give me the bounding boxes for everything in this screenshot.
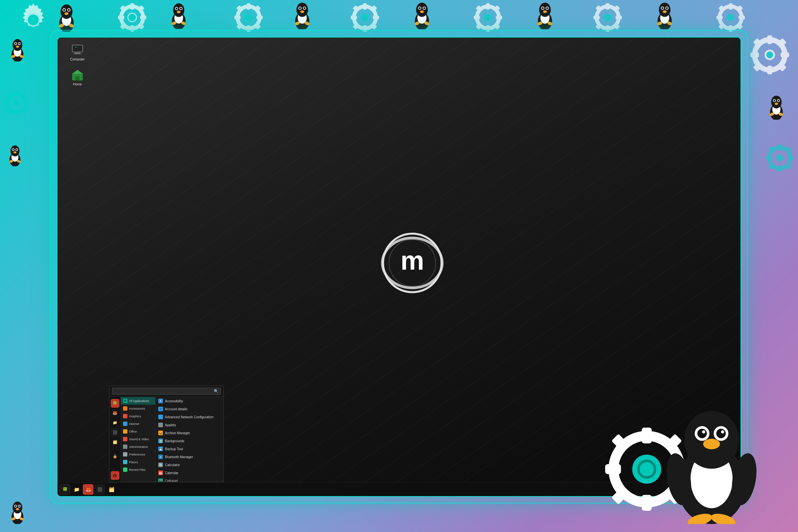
app-item-account[interactable]: 👤 Account details xyxy=(156,405,224,413)
places-icon xyxy=(123,460,127,464)
sidebar-btn-power[interactable]: ⏻ xyxy=(111,471,119,480)
computer-icon-label: Computer xyxy=(70,58,85,61)
svg-rect-206 xyxy=(75,47,76,48)
accessories-icon xyxy=(123,406,127,411)
start-menu: 🔍 🍀 🦊 📁 ⬛ 🗂️ 🔒 G ⏻ xyxy=(109,385,224,482)
taskbar-clock: 13:35 xyxy=(727,488,739,491)
sidebar-btn-firefox[interactable]: 🦊 xyxy=(111,408,119,417)
desktop-screen: m Computer xyxy=(57,37,741,497)
category-accessories[interactable]: Accessories xyxy=(121,405,155,412)
taskbar-terminal-btn[interactable]: ⬛ xyxy=(94,484,105,495)
backup-app-icon: 💾 xyxy=(158,446,163,451)
backgrounds-app-icon: 🖼️ xyxy=(158,439,163,443)
category-office[interactable]: Office xyxy=(121,428,155,435)
sound-video-icon xyxy=(123,437,127,441)
computer-icon xyxy=(71,44,84,56)
sidebar-btn-terminal[interactable]: ⬛ xyxy=(111,428,119,437)
taskbar-files-btn[interactable]: 📁 xyxy=(71,484,82,495)
category-sound-video[interactable]: Sound & Video xyxy=(121,435,155,443)
app-item-applets[interactable]: Applets xyxy=(156,421,224,429)
network-app-icon: 🌐 xyxy=(158,415,163,419)
desktop-icon-home[interactable]: Home xyxy=(67,69,88,86)
desktop-icon-computer[interactable]: Computer xyxy=(67,44,88,61)
app-item-archive[interactable]: 📦 Archive Manager xyxy=(156,429,224,437)
app-item-calendar[interactable]: 📅 Calendar xyxy=(156,469,224,477)
accessibility-app-icon: ♿ xyxy=(158,399,163,403)
mint-logo: m xyxy=(379,229,445,297)
calculator-app-icon: 🔢 xyxy=(158,462,163,467)
menu-search-input[interactable] xyxy=(114,390,214,393)
home-icon xyxy=(71,69,84,81)
menu-search-bar: 🔍 xyxy=(109,386,224,397)
category-graphics[interactable]: Graphics xyxy=(121,412,155,420)
category-preferences[interactable]: Preferences xyxy=(121,451,155,458)
account-app-icon: 👤 xyxy=(158,407,163,411)
archive-app-icon: 📦 xyxy=(158,431,163,435)
taskbar: 🍀 📁 🦊 ⬛ 🗂️ 13:35 xyxy=(58,482,740,496)
applets-app-icon xyxy=(158,423,163,427)
category-places[interactable]: Places xyxy=(121,458,155,466)
sidebar-btn-lock[interactable]: 🔒 xyxy=(111,452,119,460)
menu-categories: ⊞ All Applications Accessories Graphics … xyxy=(121,397,156,482)
svg-rect-205 xyxy=(74,54,81,54)
app-item-calculator[interactable]: 🔢 Calculator xyxy=(156,461,224,469)
app-item-celluloid[interactable]: 🎬 Celluloid xyxy=(156,477,224,482)
sidebar-btn-menu[interactable]: 🍀 xyxy=(111,399,119,407)
category-recent-files[interactable]: Recent Files xyxy=(121,466,155,474)
sidebar-btn-google[interactable]: G xyxy=(111,461,119,470)
desktop-icons-container: Computer Home xyxy=(67,44,88,86)
menu-apps-list: ♿ Accessibility 👤 Account details 🌐 Adva… xyxy=(156,397,224,482)
svg-marker-208 xyxy=(72,70,83,74)
sidebar-btn-thunar[interactable]: 📁 xyxy=(111,418,119,427)
taskbar-firefox-btn[interactable]: 🦊 xyxy=(83,484,93,495)
celluloid-app-icon: 🎬 xyxy=(158,478,163,482)
app-item-accessibility[interactable]: ♿ Accessibility xyxy=(156,397,224,405)
preferences-icon xyxy=(123,452,127,457)
app-item-network[interactable]: 🌐 Advanced Network Configuration xyxy=(156,413,224,421)
graphics-icon xyxy=(123,414,127,418)
home-icon-label: Home xyxy=(73,82,82,86)
taskbar-mint-btn[interactable]: 🍀 xyxy=(59,484,70,495)
bluetooth-app-icon: B xyxy=(158,455,163,459)
menu-sidebar: 🍀 🦊 📁 ⬛ 🗂️ 🔒 G ⏻ xyxy=(109,397,121,482)
app-item-backup[interactable]: 💾 Backup Tool xyxy=(156,445,224,453)
svg-rect-204 xyxy=(75,52,80,54)
all-apps-icon: ⊞ xyxy=(123,399,127,403)
recent-files-icon xyxy=(123,468,127,472)
app-item-bluetooth[interactable]: B Bluetooth Manager xyxy=(156,453,224,461)
app-item-backgrounds[interactable]: 🖼️ Backgrounds xyxy=(156,437,224,445)
internet-icon xyxy=(123,422,127,426)
svg-text:m: m xyxy=(400,245,424,275)
category-all-apps[interactable]: ⊞ All Applications xyxy=(121,397,155,405)
administration-icon xyxy=(123,444,127,449)
category-internet[interactable]: Internet xyxy=(121,420,155,428)
taskbar-nemo-btn[interactable]: 🗂️ xyxy=(106,484,117,495)
screen-outer-container: m Computer xyxy=(50,30,748,504)
search-icon: 🔍 xyxy=(214,389,218,393)
svg-rect-203 xyxy=(73,45,82,52)
office-icon xyxy=(123,429,127,434)
calendar-app-icon: 📅 xyxy=(158,471,163,475)
sidebar-btn-files[interactable]: 🗂️ xyxy=(111,438,119,446)
category-administration[interactable]: Administration xyxy=(121,443,155,451)
svg-rect-209 xyxy=(75,76,79,80)
menu-body: 🍀 🦊 📁 ⬛ 🗂️ 🔒 G ⏻ ⊞ All Applications xyxy=(109,397,224,482)
